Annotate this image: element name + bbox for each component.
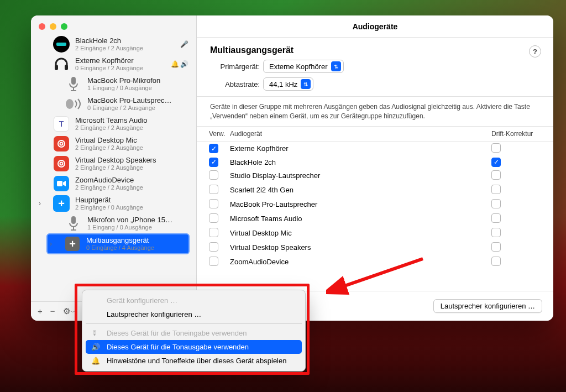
remove-device-button[interactable]: − [50,306,55,316]
use-checkbox[interactable]: ✓ [209,144,218,153]
menu-item[interactable]: 🔔Hinweistöne und Toneffekte über dieses … [86,354,302,368]
mic-badge-icon: 🎤 [180,40,188,48]
device-row[interactable]: Mikrofon von „iPhone 15…1 Eingang / 0 Au… [31,213,194,233]
svg-rect-1 [65,65,68,70]
device-subtitle: 1 Eingang / 0 Ausgänge [87,224,188,231]
device-row[interactable]: ›+Hauptgerät2 Eingänge / 0 Ausgänge [31,194,194,213]
table-row: ✓Externe Kopfhörer [197,142,553,156]
device-name: MacBook Pro-Lautsprec… [87,96,188,105]
device-row[interactable]: MacBook Pro-Mikrofon1 Eingang / 0 Ausgän… [31,74,194,94]
drift-checkbox[interactable] [491,199,501,208]
device-subtitle: 2 Eingänge / 2 Ausgänge [75,144,188,151]
use-checkbox[interactable] [209,170,218,180]
menu-item[interactable]: Lautsprecher konfigurieren … [86,307,302,321]
zoom-icon[interactable] [61,23,67,30]
device-subtitle: 0 Eingänge / 4 Ausgänge [86,244,186,252]
table-row: Virtual Desktop Speakers [197,241,553,255]
primary-device-label: Primärgerät: [210,62,260,71]
device-badges: 🔔🔊 [171,60,188,68]
menu-item-label: Gerät konfigurieren … [107,296,177,305]
device-subtitle: 1 Eingang / 0 Ausgänge [87,85,188,92]
close-icon[interactable] [39,23,45,30]
multiOut-icon: + [63,234,82,253]
speaker-icon: 🔊 [91,343,101,351]
row-device-name: Virtual Desktop Mic [230,229,487,237]
svg-point-7 [60,143,63,145]
use-checkbox[interactable] [209,213,218,223]
device-name: Externe Kopfhörer [75,56,166,65]
drift-checkbox[interactable] [491,143,501,153]
drift-checkbox[interactable] [491,228,501,237]
col-header-drift: Drift-Korrektur [487,130,553,138]
iphone-mic-icon [64,214,83,233]
agg-icon: + [52,194,71,213]
device-row[interactable]: Virtual Desktop Speakers2 Eingänge / 2 A… [31,154,194,174]
window-controls [31,15,196,34]
device-badges: 🎤 [180,40,188,48]
headphones-icon [52,55,71,74]
table-row: Virtual Desktop Mic [197,226,553,241]
drift-checkbox[interactable]: ✓ [491,158,501,167]
device-row[interactable]: ZoomAudioDevice2 Eingänge / 2 Ausgänge [31,174,194,194]
vd-icon [52,154,71,173]
svg-point-8 [58,160,65,167]
description-text: Geräte in dieser Gruppe mit mehreren Aus… [197,96,553,126]
svg-rect-11 [71,216,76,224]
device-row[interactable]: Externe Kopfhörer0 Eingänge / 2 Ausgänge… [31,54,194,74]
device-subtitle: 0 Eingänge / 2 Ausgänge [75,65,166,72]
disclosure-icon[interactable]: › [50,240,59,248]
menu-item-label: Dieses Gerät für die Tonausgabe verwende… [107,343,249,351]
device-subtitle: 0 Eingänge / 2 Ausgänge [87,104,188,112]
drift-checkbox[interactable] [491,170,501,180]
use-checkbox[interactable] [209,257,218,266]
sample-rate-select[interactable]: 44,1 kHz ⇅ [263,77,313,91]
table-row: MacBook Pro-Lautsprecher [197,197,553,212]
row-device-name: Studio Display-Lautsprecher [230,171,487,180]
minimize-icon[interactable] [50,23,56,30]
config-section: ? Multiausgangsgerät Primärgerät: Extern… [197,38,553,96]
device-row[interactable]: Virtual Desktop Mic2 Eingänge / 2 Ausgän… [31,134,194,154]
menu-item: Gerät konfigurieren … [86,294,302,307]
device-subtitle: 2 Eingänge / 2 Ausgänge [75,184,188,191]
use-checkbox[interactable] [209,199,218,208]
alert-icon: 🔔 [91,357,101,365]
sample-rate-label: Abtastrate: [210,80,260,88]
sidebar: BlackHole 2ch2 Eingänge / 2 Ausgänge🎤Ext… [31,15,197,321]
help-button[interactable]: ? [529,45,541,58]
context-menu: Gerät konfigurieren …Lautsprecher konfig… [82,290,306,372]
device-row[interactable]: TMicrosoft Teams Audio2 Eingänge / 2 Aus… [31,114,194,134]
svg-point-6 [58,140,65,147]
drift-checkbox[interactable] [491,213,501,223]
alert-badge-icon: 🔔 [171,60,179,68]
use-checkbox[interactable] [209,228,218,237]
row-device-name: Scarlett 2i2 4th Gen [230,186,487,194]
menu-item[interactable]: 🔊Dieses Gerät für die Tonausgabe verwend… [86,340,302,354]
drift-checkbox[interactable] [491,257,501,266]
teams-icon: T [52,114,71,133]
primary-device-select[interactable]: Externe Kopfhörer ⇅ [263,60,344,73]
drift-checkbox[interactable] [491,242,501,252]
svg-point-9 [60,163,63,165]
col-header-device: Audiogerät [230,130,487,138]
device-row[interactable]: BlackHole 2ch2 Eingänge / 2 Ausgänge🎤 [31,34,194,54]
table-row: Scarlett 2i2 4th Gen [197,183,553,197]
use-checkbox[interactable] [209,185,218,194]
disclosure-icon[interactable]: › [39,200,48,207]
row-device-name: ZoomAudioDevice [230,258,487,266]
table-row: ✓BlackHole 2ch✓ [197,156,553,169]
device-subtitle: 2 Eingänge / 2 Ausgänge [75,45,176,52]
device-name: Mikrofon von „iPhone 15… [87,216,188,224]
configure-speakers-button[interactable]: Lautsprecher konfigurieren … [433,299,542,313]
device-row[interactable]: MacBook Pro-Lautsprec…0 Eingänge / 2 Aus… [31,94,194,114]
table-row: ZoomAudioDevice [197,255,553,269]
add-device-button[interactable]: + [38,306,43,316]
device-row[interactable]: ›+Multiausgangsgerät0 Eingänge / 4 Ausgä… [46,233,190,254]
audio-midi-setup-window: BlackHole 2ch2 Eingänge / 2 Ausgänge🎤Ext… [31,15,553,321]
chevron-updown-icon: ⇅ [331,61,341,71]
use-checkbox[interactable] [209,242,218,252]
device-list: BlackHole 2ch2 Eingänge / 2 Ausgänge🎤Ext… [31,34,196,301]
use-checkbox[interactable]: ✓ [209,158,218,167]
primary-device-value: Externe Kopfhörer [269,62,328,71]
drift-checkbox[interactable] [491,185,501,194]
settings-gear-icon[interactable]: ⚙︎﹀ [63,306,76,316]
